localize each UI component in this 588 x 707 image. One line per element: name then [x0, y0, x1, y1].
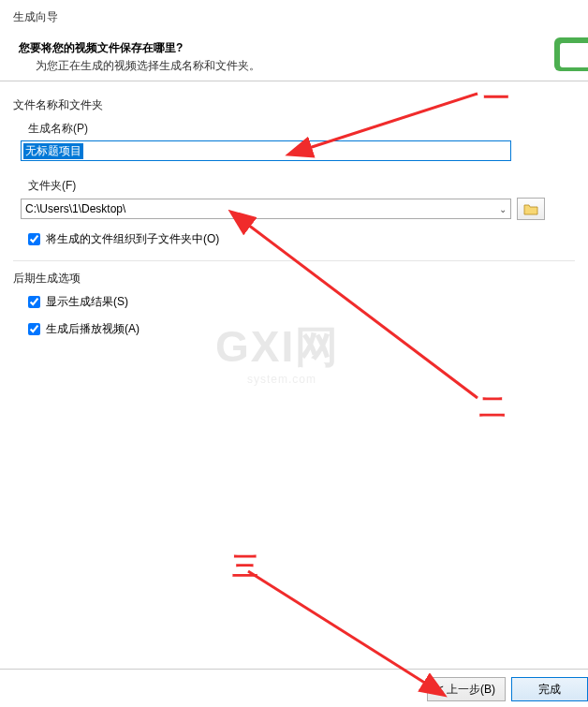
- show-results-input[interactable]: [28, 296, 40, 308]
- folder-value: C:\Users\1\Desktop\: [25, 202, 125, 215]
- footer-divider: [0, 669, 588, 670]
- chevron-down-icon: ⌄: [499, 204, 507, 214]
- production-name-value: 无标题项目: [23, 143, 83, 159]
- show-results-checkbox[interactable]: 显示生成结果(S): [28, 294, 575, 310]
- wizard-title: 生成向导: [13, 9, 575, 25]
- app-logo-icon: [551, 34, 588, 71]
- production-name-label: 生成名称(P): [28, 121, 575, 137]
- finish-button[interactable]: 完成: [511, 677, 588, 701]
- organize-subfolder-label: 将生成的文件组织到子文件夹中(O): [46, 231, 219, 247]
- organize-subfolder-checkbox[interactable]: 将生成的文件组织到子文件夹中(O): [28, 231, 575, 247]
- play-after-label: 生成后播放视频(A): [46, 321, 140, 337]
- organize-subfolder-input[interactable]: [28, 233, 40, 245]
- play-after-input[interactable]: [28, 323, 40, 335]
- section-divider: [13, 260, 575, 261]
- wizard-question: 您要将您的视频文件保存在哪里?: [19, 40, 575, 56]
- folder-select[interactable]: C:\Users\1\Desktop\ ⌄: [21, 199, 511, 219]
- annotation-mark-2: 二: [479, 390, 506, 425]
- wizard-subtext: 为您正在生成的视频选择生成名称和文件夹。: [19, 58, 575, 74]
- header-divider: [0, 81, 588, 81]
- svg-rect-1: [560, 43, 588, 67]
- filename-group-label: 文件名称和文件夹: [13, 97, 575, 113]
- annotation-mark-3: 三: [232, 549, 258, 584]
- play-after-checkbox[interactable]: 生成后播放视频(A): [28, 321, 575, 337]
- post-group-label: 后期生成选项: [13, 271, 575, 287]
- folder-open-icon: [523, 202, 538, 215]
- production-name-input[interactable]: 无标题项目: [21, 140, 511, 161]
- back-button[interactable]: < 上一步(B): [427, 677, 506, 701]
- annotation-arrow-3: [248, 571, 426, 684]
- folder-label: 文件夹(F): [28, 178, 575, 194]
- browse-folder-button[interactable]: [517, 198, 545, 220]
- show-results-label: 显示生成结果(S): [46, 294, 128, 310]
